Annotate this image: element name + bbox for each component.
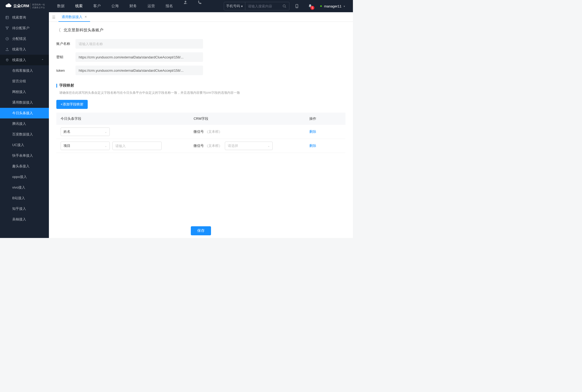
sidebar-sub-generic[interactable]: 通用数据接入 [0,97,49,108]
sidebar-sub-oppo[interactable]: oppo接入 [0,172,49,182]
sidebar: 线索查询 待分配客户 分配情况 线索导入 线索接入 ⌃ 在线客服接入 留言分组 … [0,12,49,238]
back-icon[interactable]: 〈 [56,27,61,33]
sidebar-sub-kuaishou[interactable]: 快手表单接入 [0,150,49,161]
sidebar-item-pending[interactable]: 待分配客户 [0,23,49,33]
sidebar-sub-online-service[interactable]: 在线客服接入 [0,65,49,76]
col-action: 操作 [305,113,345,125]
chevron-down-icon: ▾ [241,4,243,8]
nav-customers[interactable]: 客户 [89,0,105,12]
search-button[interactable] [280,4,289,8]
mapping-section-title: 字段映射 [56,83,345,88]
delete-button[interactable]: 删除 [309,130,316,134]
sidebar-item-import[interactable]: 线索导入 [0,44,49,55]
nav-public[interactable]: 公海 [107,0,123,12]
top-header: 云朵CRM 教育机构一站 式服务云平台 数据 线索 客户 公海 财务 运营 报名… [0,0,353,12]
tt-field-select[interactable]: 项目 ⌄ [61,142,110,150]
secret-label: 密钥 [56,55,75,59]
sidebar-sub-zhihu[interactable]: 知乎接入 [0,203,49,214]
sidebar-sub-vivo[interactable]: vivo接入 [0,182,49,193]
sidebar-sub-bilibili[interactable]: B站接入 [0,193,49,203]
token-input[interactable] [75,66,203,75]
main-nav: 数据 线索 客户 公海 财务 运营 报名 [53,0,206,12]
secret-input[interactable] [75,52,203,62]
nav-data[interactable]: 数据 [53,0,69,12]
chevron-down-icon: ⌄ [105,130,107,133]
account-name-label: 账户名称 [56,41,75,46]
status-dot-icon [320,5,322,7]
chevron-up-icon: ⌃ [41,59,44,62]
close-icon[interactable]: ✕ [85,15,87,19]
delete-button[interactable]: 删除 [309,144,316,148]
tt-field-input[interactable] [112,142,162,150]
username: manager11 [324,4,341,8]
page-title: 北京昱新科技头条账户 [64,28,103,33]
add-mapping-button[interactable]: +添加字段映射 [56,100,88,109]
nav-ops[interactable]: 运营 [143,0,159,12]
logo-subtitle: 教育机构一站 式服务云平台 [30,3,45,9]
sidebar-item-allocation[interactable]: 分配情况 [0,33,49,44]
mobile-icon[interactable] [291,4,303,8]
token-label: token [56,69,75,73]
sidebar-sub-message-group[interactable]: 留言分组 [0,76,49,87]
funnel-icon [5,26,9,30]
sidebar-sub-uc[interactable]: UC接入 [0,140,49,150]
bell-icon[interactable]: 5 [304,4,316,8]
tab-generic-data[interactable]: 通用数据接入 ✕ [58,13,90,22]
nav-leads[interactable]: 线索 [71,0,87,12]
nav-signup[interactable]: 报名 [161,0,177,12]
breadcrumb: 〈 北京昱新科技头条账户 [56,27,345,33]
sidebar-sub-tencent[interactable]: 腾讯接入 [0,118,49,129]
sidebar-item-lead-access[interactable]: 线索接入 ⌃ [0,55,49,65]
logo-text: 云朵CRM [13,4,29,8]
notification-badge: 5 [310,6,314,10]
table-row: 姓名 ⌄ 微信号（文本框） 删除 [56,125,345,139]
list-icon [5,16,9,19]
col-crm-field: CRM字段 [189,113,305,125]
tab-label: 通用数据接入 [62,15,82,19]
chevron-down-icon: ⌄ [268,144,270,147]
sidebar-sub-qutoutiao[interactable]: 趣头条接入 [0,161,49,172]
nav-finance[interactable]: 财务 [125,0,141,12]
cloud-icon [5,3,12,9]
mapping-table: 今日头条字段 CRM字段 操作 姓名 ⌄ [56,113,345,153]
phone-icon[interactable] [194,0,206,12]
search-type-select[interactable]: 手机号码 ▾ [224,2,245,10]
svg-point-0 [185,1,186,2]
crm-field-select[interactable]: 请选择 ⌄ [225,142,273,150]
sidebar-item-lead-query[interactable]: 线索查询 [0,12,49,23]
sidebar-sub-toutiao[interactable]: 今日头条接入 [0,108,49,118]
svg-point-2 [283,5,285,7]
sidebar-sub-meiyou[interactable]: 美柚接入 [0,214,49,225]
footer-bar: 保存 [49,224,353,238]
search-group: 手机号码 ▾ [224,2,289,10]
table-row: 项目 ⌄ 微信号（文本框） [56,139,345,153]
main-content: ☰ 通用数据接入 ✕ 〈 北京昱新科技头条账户 账户名称 密钥 token [49,12,353,238]
logo[interactable]: 云朵CRM 教育机构一站 式服务云平台 [5,3,45,9]
svg-rect-5 [6,16,9,19]
plug-icon [5,58,9,62]
sidebar-sub-baidu[interactable]: 百度数据接入 [0,129,49,140]
crm-field-value: 微信号（文本框） [193,130,222,134]
tabs-collapse-icon[interactable]: ☰ [49,15,58,19]
col-toutiao-field: 今日头条字段 [56,113,189,125]
tt-field-select[interactable]: 姓名 ⌄ [61,127,110,136]
user-menu[interactable]: manager11 ▾ [318,4,348,8]
svg-point-4 [297,7,297,7]
chevron-down-icon: ▾ [344,5,345,8]
account-name-input[interactable] [75,39,203,49]
search-input[interactable] [245,4,280,8]
sidebar-sub-school[interactable]: 网校接入 [0,87,49,97]
content-area: 〈 北京昱新科技头条账户 账户名称 密钥 token 字段映射 请确保您在此填写… [49,22,353,238]
user-add-icon[interactable] [179,0,192,12]
chevron-down-icon: ⌄ [105,144,107,147]
save-button[interactable]: 保存 [191,226,211,235]
clock-icon [5,37,9,41]
mapping-section-desc: 请确保您在此填写的头条自定义字段名称与在今日头条平台中自定义的字段名称一致，并且… [59,91,345,95]
tabs-bar: ☰ 通用数据接入 ✕ [49,12,353,22]
upload-icon [5,48,9,51]
crm-field-value: 微信号（文本框） [193,143,222,148]
